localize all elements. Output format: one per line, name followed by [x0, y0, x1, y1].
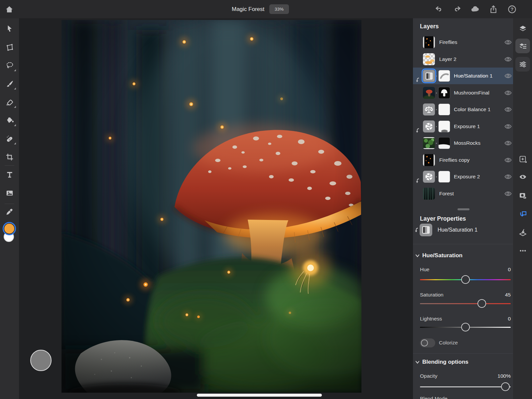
brush-tool[interactable]	[0, 77, 19, 91]
blending-options-section-header[interactable]: Blending options	[422, 359, 468, 365]
layer-row-color-balance-1[interactable]: Color Balance 1	[413, 101, 513, 118]
add-layer-icon[interactable]	[515, 152, 530, 166]
lasso-select-tool[interactable]	[0, 58, 19, 73]
more-options-icon[interactable]	[515, 243, 530, 258]
layer-mask-thumbnail[interactable]	[438, 103, 450, 115]
clipping-mask-arrow-icon	[415, 128, 420, 134]
selected-layer-thumbnail[interactable]	[420, 224, 432, 236]
layer-thumbnail[interactable]	[423, 36, 435, 48]
layer-mask-thumbnail[interactable]	[438, 120, 450, 132]
eyedropper-tool[interactable]	[0, 205, 19, 219]
visibility-eye-icon[interactable]	[504, 190, 512, 197]
place-image-tool[interactable]	[0, 186, 19, 200]
top-bar: Magic Forest 33% ?	[0, 0, 532, 18]
layer-properties-title: Layer Properties	[420, 215, 466, 222]
adjustments-icon[interactable]	[515, 57, 530, 72]
adjustment-layer-thumbnail[interactable]	[423, 70, 435, 82]
layers-panel-title: Layers	[420, 23, 439, 30]
crop-tool[interactable]	[0, 150, 19, 164]
layer-row-fireflies-copy[interactable]: Fireflies copy	[413, 152, 513, 168]
layers-panel: Layers Fireflies Layer 2 Hue/Saturation …	[413, 18, 513, 399]
healing-brush-tool[interactable]	[0, 131, 19, 146]
adjustment-layer-thumbnail[interactable]	[423, 171, 435, 183]
fill-tool[interactable]	[0, 113, 19, 128]
hue-label: Hue	[420, 267, 429, 273]
layer-row-forest[interactable]: Forest	[413, 185, 513, 202]
lightness-slider[interactable]	[420, 327, 511, 328]
type-tool[interactable]	[0, 167, 19, 182]
visibility-eye-icon[interactable]	[504, 139, 512, 147]
document-title: Magic Forest	[232, 0, 264, 18]
selected-layer-name: Hue/Saturation 1	[438, 227, 477, 233]
layer-row-layer2[interactable]: Layer 2	[413, 51, 513, 68]
lightness-slider-knob[interactable]	[461, 323, 470, 331]
mask-visibility-icon[interactable]	[515, 188, 530, 203]
move-tool[interactable]	[0, 21, 19, 36]
visibility-eye-icon[interactable]	[504, 56, 512, 63]
adjustment-layer-thumbnail[interactable]	[423, 120, 435, 132]
layer-thumbnail[interactable]	[423, 154, 435, 166]
saturation-label: Saturation	[420, 292, 444, 298]
hue-saturation-section-header[interactable]: Hue/Saturation	[422, 252, 463, 259]
clipping-mask-arrow-icon	[415, 178, 420, 184]
undo-icon[interactable]	[434, 5, 444, 14]
visibility-eye-icon[interactable]	[504, 72, 512, 80]
touch-shortcut-button[interactable]	[30, 350, 52, 371]
layer-row-mossrocks[interactable]: MossRocks	[413, 135, 513, 151]
layer-row-hue-saturation-1[interactable]: Hue/Saturation 1	[413, 68, 513, 84]
visibility-eye-icon[interactable]	[504, 89, 512, 97]
visibility-eye-icon[interactable]	[504, 173, 512, 180]
opacity-value: 100%	[497, 373, 511, 379]
hue-slider[interactable]	[420, 279, 511, 280]
lightness-value: 0	[508, 316, 511, 322]
canvas-image	[62, 20, 361, 393]
layer-thumbnail[interactable]	[423, 188, 435, 200]
home-indicator[interactable]	[197, 394, 322, 397]
visibility-eye-icon[interactable]	[504, 106, 512, 113]
visibility-icon[interactable]	[515, 169, 530, 184]
layer-mask-thumbnail[interactable]	[438, 137, 450, 149]
effects-icon[interactable]	[515, 225, 530, 240]
saturation-value: 45	[505, 292, 511, 298]
clipping-mask-arrow-icon	[414, 227, 419, 233]
layer-mask-thumbnail[interactable]	[438, 87, 450, 99]
home-button[interactable]	[5, 5, 14, 14]
colorize-toggle[interactable]	[420, 338, 435, 347]
clip-mask-icon[interactable]	[515, 207, 530, 221]
layer-row-fireflies[interactable]: Fireflies	[413, 34, 513, 51]
redo-icon[interactable]	[453, 5, 462, 14]
saturation-slider[interactable]	[420, 303, 511, 304]
zoom-level-badge[interactable]: 33%	[269, 4, 289, 14]
layer-properties-icon[interactable]	[515, 39, 530, 53]
canvas[interactable]	[62, 20, 361, 393]
svg-text:?: ?	[510, 6, 513, 12]
share-icon[interactable]	[489, 5, 498, 14]
tool-bar	[0, 18, 19, 399]
chevron-down-icon	[415, 360, 420, 365]
hue-slider-knob[interactable]	[461, 275, 470, 284]
layer-mask-thumbnail[interactable]	[438, 171, 450, 183]
blend-mode-label: Blend Mode	[420, 396, 448, 399]
opacity-slider-knob[interactable]	[501, 382, 510, 391]
layer-mask-thumbnail[interactable]	[438, 70, 450, 82]
layer-thumbnail[interactable]	[423, 53, 435, 65]
adjustment-layer-thumbnail[interactable]	[423, 103, 435, 115]
foreground-color-swatch[interactable]	[3, 222, 16, 235]
visibility-eye-icon[interactable]	[504, 123, 512, 130]
transform-tool[interactable]	[0, 40, 19, 55]
saturation-slider-knob[interactable]	[477, 299, 486, 308]
lightness-label: Lightness	[420, 316, 442, 322]
layer-thumbnail[interactable]	[423, 87, 435, 99]
visibility-eye-icon[interactable]	[504, 39, 512, 46]
cloud-sync-icon[interactable]	[470, 5, 480, 14]
layer-thumbnail[interactable]	[423, 137, 435, 149]
panel-drag-handle[interactable]	[458, 208, 469, 210]
layer-row-exposure-1[interactable]: Exposure 1	[413, 118, 513, 135]
help-icon[interactable]: ?	[507, 5, 517, 14]
eraser-tool[interactable]	[0, 95, 19, 109]
layer-row-exposure-2[interactable]: Exposure 2	[413, 168, 513, 185]
layers-icon[interactable]	[515, 21, 530, 36]
layer-row-mushroomfinal[interactable]: MushroomFinal	[413, 85, 513, 101]
opacity-slider[interactable]	[420, 386, 511, 387]
visibility-eye-icon[interactable]	[504, 156, 512, 164]
